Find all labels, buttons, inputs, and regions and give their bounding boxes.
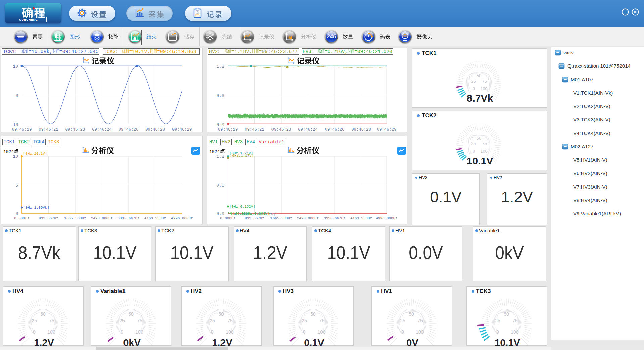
svg-text:HV2: HV2 xyxy=(494,175,502,180)
svg-text:V7:HV3(AIN-V): V7:HV3(AIN-V) xyxy=(573,184,607,190)
svg-text:V3:TCK3(AIN-V): V3:TCK3(AIN-V) xyxy=(573,117,610,122)
svg-text:0: 0 xyxy=(121,329,123,335)
svg-text:1.2V: 1.2V xyxy=(253,242,287,263)
svg-text:09:46:26: 09:46:26 xyxy=(119,127,139,132)
svg-text:4996.000Hz: 4996.000Hz xyxy=(376,216,398,220)
svg-text:[0Hz,0.152V]: [0Hz,0.152V] xyxy=(229,205,255,209)
svg-text:09:46:24: 09:46:24 xyxy=(298,127,318,132)
svg-text:Variable1: Variable1 xyxy=(100,288,126,294)
svg-text:50: 50 xyxy=(128,311,134,317)
svg-text:75: 75 xyxy=(319,318,325,323)
svg-text:M01:A107: M01:A107 xyxy=(571,77,593,82)
svg-text:0.6: 0.6 xyxy=(216,94,224,98)
svg-text:4163.333Hz: 4163.333Hz xyxy=(144,216,166,220)
svg-text:75: 75 xyxy=(417,318,423,323)
svg-text:25: 25 xyxy=(302,318,307,323)
svg-text:1665.333Hz: 1665.333Hz xyxy=(270,216,292,220)
svg-text:0.1V: 0.1V xyxy=(304,337,324,346)
svg-text:50: 50 xyxy=(477,136,481,141)
svg-text:3330.667Hz: 3330.667Hz xyxy=(324,216,346,220)
svg-text:50: 50 xyxy=(218,311,224,317)
svg-text:0.6: 0.6 xyxy=(216,183,224,188)
svg-text:[0Hz,1.09Vk]: [0Hz,1.09Vk] xyxy=(23,206,49,210)
svg-text:1.2V: 1.2V xyxy=(501,188,533,206)
svg-text:5: 5 xyxy=(15,183,18,188)
svg-text:09:46:23: 09:46:23 xyxy=(271,127,291,132)
svg-text:1.2V: 1.2V xyxy=(34,337,54,346)
svg-text:10: 10 xyxy=(13,154,18,159)
svg-text:832.667Hz: 832.667Hz xyxy=(245,216,264,220)
svg-text:0.0V: 0.0V xyxy=(409,242,443,263)
svg-text:50: 50 xyxy=(310,311,316,317)
svg-text:10.1V: 10.1V xyxy=(170,242,214,263)
svg-text:09:46:23: 09:46:23 xyxy=(65,127,85,132)
svg-text:2498.000Hz: 2498.000Hz xyxy=(91,216,113,220)
svg-text:HV4: HV4 xyxy=(12,288,24,294)
svg-text:0.000Hz: 0.000Hz xyxy=(14,216,29,220)
svg-text:4996.000Hz: 4996.000Hz xyxy=(171,216,193,220)
svg-text:HV3: HV3 xyxy=(419,175,427,180)
svg-text:100: 100 xyxy=(135,329,143,335)
svg-text:1665.333Hz: 1665.333Hz xyxy=(64,216,86,220)
svg-text:4163.333Hz: 4163.333Hz xyxy=(350,216,372,220)
svg-text:[46.799Hz,0.005V]2V]: [46.799Hz,0.005V]2V] xyxy=(232,212,276,216)
svg-text:09:46:19: 09:46:19 xyxy=(12,127,32,132)
svg-text:832.667Hz: 832.667Hz xyxy=(39,216,58,220)
svg-text:25: 25 xyxy=(119,318,125,323)
svg-text:09:46:29: 09:46:29 xyxy=(172,127,192,132)
svg-text:vxcv: vxcv xyxy=(563,50,574,55)
svg-text:50: 50 xyxy=(504,311,509,317)
svg-text:V2:TCK2(AIN-V): V2:TCK2(AIN-V) xyxy=(573,103,610,109)
svg-text:0kV: 0kV xyxy=(495,242,524,263)
svg-text:246: 246 xyxy=(326,33,336,40)
svg-text:1.2: 1.2 xyxy=(216,64,224,69)
svg-text:75: 75 xyxy=(512,318,518,323)
svg-text:100: 100 xyxy=(481,149,488,154)
svg-text:25: 25 xyxy=(495,318,500,323)
svg-text:TCK4: TCK4 xyxy=(318,228,331,233)
svg-text:0V: 0V xyxy=(406,337,418,346)
svg-text:M02:A127: M02:A127 xyxy=(571,144,593,149)
svg-text:50: 50 xyxy=(477,73,481,78)
svg-text:TCK1: TCK1 xyxy=(9,228,21,233)
svg-text:0: 0 xyxy=(211,329,214,335)
svg-text:25: 25 xyxy=(471,79,476,84)
svg-text:0: 0 xyxy=(496,329,499,335)
svg-text:2498.000Hz: 2498.000Hz xyxy=(297,216,319,220)
svg-text:V4:TCK4(AIN-V): V4:TCK4(AIN-V) xyxy=(573,130,610,136)
svg-text:0.000Hz: 0.000Hz xyxy=(220,216,235,220)
svg-text:Q.raxx-station 101@752014: Q.raxx-station 101@752014 xyxy=(567,63,631,69)
svg-text:HV1: HV1 xyxy=(395,228,405,233)
svg-text:TCK2: TCK2 xyxy=(422,112,436,119)
svg-text:0.1V: 0.1V xyxy=(430,188,462,206)
svg-text:10.1V: 10.1V xyxy=(467,155,493,166)
svg-text:3330.667Hz: 3330.667Hz xyxy=(118,216,140,220)
svg-text:50: 50 xyxy=(40,311,46,317)
svg-text:1.2: 1.2 xyxy=(216,154,224,159)
svg-text:09:46:26: 09:46:26 xyxy=(325,127,345,132)
svg-text:TCK3: TCK3 xyxy=(476,288,491,294)
svg-text:09:46:21: 09:46:21 xyxy=(245,127,264,132)
svg-text:75: 75 xyxy=(49,318,54,323)
svg-text:10: 10 xyxy=(13,64,18,69)
svg-text:100: 100 xyxy=(481,87,488,91)
svg-text:V8:HV4(AIN-V): V8:HV4(AIN-V) xyxy=(573,197,607,203)
svg-text:8.7Vk: 8.7Vk xyxy=(467,93,493,104)
svg-text:TCK2: TCK2 xyxy=(161,228,174,233)
svg-text:75: 75 xyxy=(482,79,487,84)
svg-text:09:46:28: 09:46:28 xyxy=(351,127,371,132)
svg-text:[0Hz,10.1V]: [0Hz,10.1V] xyxy=(23,152,47,156)
svg-text:75: 75 xyxy=(482,141,487,146)
svg-text:QUECHENG: QUECHENG xyxy=(19,18,38,21)
svg-text:100: 100 xyxy=(226,329,234,335)
svg-text:HV3: HV3 xyxy=(283,288,294,294)
svg-text:TCK1: TCK1 xyxy=(422,50,436,56)
svg-text:09:46:19: 09:46:19 xyxy=(218,127,238,132)
svg-text:100: 100 xyxy=(47,329,55,335)
svg-text:0: 0 xyxy=(473,149,475,154)
svg-text:50: 50 xyxy=(409,311,414,317)
svg-text:V5:HV1(AIN-V): V5:HV1(AIN-V) xyxy=(573,157,607,163)
svg-text:0: 0 xyxy=(15,212,18,216)
svg-text:HV1: HV1 xyxy=(381,288,392,294)
svg-text:0.0: 0.0 xyxy=(216,212,224,216)
